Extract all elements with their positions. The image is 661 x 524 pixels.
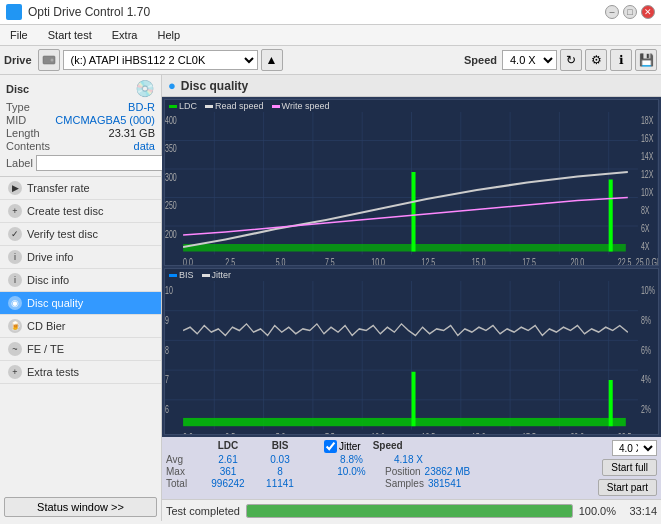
disc-contents-label: Contents	[6, 140, 50, 152]
svg-text:14X: 14X	[641, 151, 654, 163]
menu-file[interactable]: File	[4, 27, 34, 43]
bis-legend-dot	[169, 274, 177, 277]
close-button[interactable]: ✕	[641, 5, 655, 19]
ldc-chart: LDC Read speed Write speed	[164, 99, 659, 266]
drive-dropdown[interactable]: (k:) ATAPI iHBS112 2 CL0K	[63, 50, 258, 70]
status-time: 33:14	[622, 505, 657, 517]
svg-text:7.5: 7.5	[325, 430, 335, 435]
nav-label-verify-test-disc: Verify test disc	[27, 228, 98, 240]
refresh-button[interactable]: ↻	[560, 49, 582, 71]
stats-max-label: Max	[166, 466, 201, 477]
menu-start-test[interactable]: Start test	[42, 27, 98, 43]
sidebar-item-disc-info[interactable]: i Disc info	[0, 269, 161, 292]
disc-label-input[interactable]	[36, 155, 169, 171]
disc-mid-value: CMCMAGBA5 (000)	[55, 114, 155, 126]
status-window-button[interactable]: Status window >>	[4, 497, 157, 517]
svg-rect-43	[609, 180, 613, 252]
stats-col-ldc-header: LDC	[203, 440, 253, 453]
sidebar-item-transfer-rate[interactable]: ▶ Transfer rate	[0, 177, 161, 200]
svg-text:6X: 6X	[641, 223, 650, 235]
sidebar-item-create-test-disc[interactable]: + Create test disc	[0, 200, 161, 223]
progress-bar-fill	[247, 505, 572, 517]
drive-info-icon: i	[8, 250, 22, 264]
disc-panel-icon: 💿	[135, 79, 155, 98]
svg-text:10.0: 10.0	[371, 430, 385, 435]
svg-text:17.5: 17.5	[522, 430, 536, 435]
stats-avg-bis: 0.03	[255, 454, 305, 465]
svg-text:4X: 4X	[641, 241, 650, 253]
svg-text:4%: 4%	[641, 372, 652, 385]
sidebar-item-disc-quality[interactable]: ◉ Disc quality	[0, 292, 161, 315]
main-layout: Disc 💿 Type BD-R MID CMCMAGBA5 (000) Len…	[0, 75, 661, 521]
svg-rect-41	[183, 244, 626, 252]
minimize-button[interactable]: –	[605, 5, 619, 19]
chart-speed-dropdown[interactable]: 4.0 X	[612, 440, 657, 456]
content-area: ● Disc quality LDC Read speed	[162, 75, 661, 521]
disc-quality-header: ● Disc quality	[162, 75, 661, 97]
svg-rect-78	[183, 418, 626, 426]
nav-label-extra-tests: Extra tests	[27, 366, 79, 378]
svg-text:22.5: 22.5	[618, 430, 632, 435]
stats-avg-label: Avg	[166, 454, 201, 465]
svg-text:20.0: 20.0	[570, 257, 584, 266]
svg-text:15.0: 15.0	[472, 430, 486, 435]
drive-icon-btn	[38, 49, 60, 71]
bis-chart: BIS Jitter	[164, 268, 659, 435]
write-speed-legend-label: Write speed	[282, 101, 330, 111]
stats-position-value: 23862 MB	[425, 466, 471, 477]
svg-text:6: 6	[165, 402, 169, 415]
svg-text:7: 7	[165, 372, 169, 385]
bis-legend-label: BIS	[179, 270, 194, 280]
status-percent: 100.0%	[579, 505, 616, 517]
charts-container: LDC Read speed Write speed	[162, 97, 661, 437]
svg-text:12X: 12X	[641, 169, 654, 181]
stats-col-spacer	[307, 440, 322, 453]
svg-rect-79	[412, 372, 416, 426]
save-button[interactable]: 💾	[635, 49, 657, 71]
speed-dropdown[interactable]: 4.0 X	[502, 50, 557, 70]
eject-button[interactable]: ▲	[261, 49, 283, 71]
sidebar-item-cd-bier[interactable]: 🍺 CD Bier	[0, 315, 161, 338]
stats-total-ldc: 996242	[203, 478, 253, 489]
jitter-checkbox-area: Jitter	[324, 440, 361, 453]
info-button[interactable]: ℹ	[610, 49, 632, 71]
start-full-button[interactable]: Start full	[602, 459, 657, 476]
disc-length-value: 23.31 GB	[109, 127, 155, 139]
inner-stats: LDC BIS Jitter Speed Avg 2.61 0.03	[162, 437, 661, 499]
nav-label-fe-te: FE / TE	[27, 343, 64, 355]
transfer-rate-icon: ▶	[8, 181, 22, 195]
menu-extra[interactable]: Extra	[106, 27, 144, 43]
status-text: Test completed	[166, 505, 240, 517]
svg-text:15.0: 15.0	[472, 257, 486, 266]
stats-max-bis: 8	[255, 466, 305, 477]
svg-text:350: 350	[165, 143, 177, 155]
svg-text:17.5: 17.5	[522, 257, 536, 266]
sidebar-item-fe-te[interactable]: ~ FE / TE	[0, 338, 161, 361]
jitter-checkbox[interactable]	[324, 440, 337, 453]
svg-rect-42	[412, 172, 416, 252]
sidebar-item-drive-info[interactable]: i Drive info	[0, 246, 161, 269]
disc-type-value: BD-R	[128, 101, 155, 113]
svg-rect-80	[609, 380, 613, 426]
disc-panel-title: Disc	[6, 83, 29, 95]
start-part-button[interactable]: Start part	[598, 479, 657, 496]
jitter-legend-label: Jitter	[212, 270, 232, 280]
svg-text:20.0: 20.0	[570, 430, 584, 435]
sidebar-item-verify-test-disc[interactable]: ✓ Verify test disc	[0, 223, 161, 246]
stats-max-ldc: 361	[203, 466, 253, 477]
disc-mid-label: MID	[6, 114, 26, 126]
settings-button[interactable]: ⚙	[585, 49, 607, 71]
right-controls: 4.0 X Start full Start part	[598, 440, 657, 496]
sidebar-item-extra-tests[interactable]: + Extra tests	[0, 361, 161, 384]
bis-chart-legend: BIS Jitter	[165, 269, 658, 281]
menu-help[interactable]: Help	[151, 27, 186, 43]
svg-text:25.0 GB: 25.0 GB	[636, 257, 658, 266]
svg-text:400: 400	[165, 115, 177, 127]
verify-test-disc-icon: ✓	[8, 227, 22, 241]
ldc-chart-legend: LDC Read speed Write speed	[165, 100, 658, 112]
maximize-button[interactable]: □	[623, 5, 637, 19]
svg-text:9: 9	[165, 313, 169, 326]
extra-tests-icon: +	[8, 365, 22, 379]
svg-text:12.5: 12.5	[422, 430, 436, 435]
stats-col-bis-header: BIS	[255, 440, 305, 453]
